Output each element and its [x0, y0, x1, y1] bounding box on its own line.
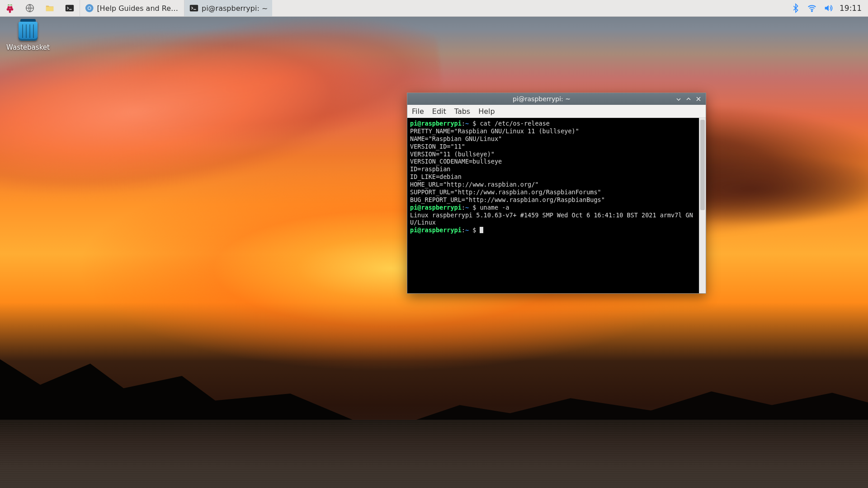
- terminal-menubar: File Edit Tabs Help: [407, 105, 706, 118]
- chromium-icon: [85, 3, 94, 13]
- file-manager-launcher[interactable]: [40, 0, 60, 16]
- scrollbar-thumb[interactable]: [700, 120, 705, 210]
- terminal-window[interactable]: pi@raspberrypi: ~ File Edit Tabs Help pi…: [407, 93, 706, 294]
- prompt-dollar: $: [469, 204, 480, 211]
- terminal-line: PRETTY_NAME="Raspbian GNU/Linux 11 (bull…: [410, 127, 579, 135]
- folder-icon: [45, 3, 55, 13]
- terminal-body-wrap: pi@raspberrypi:~ $ cat /etc/os-release P…: [407, 118, 706, 293]
- window-titlebar[interactable]: pi@raspberrypi: ~: [407, 93, 706, 105]
- wallpaper-cloud: [0, 0, 450, 215]
- terminal-launcher[interactable]: [60, 0, 80, 16]
- web-browser-launcher[interactable]: [20, 0, 40, 16]
- terminal-output[interactable]: pi@raspberrypi:~ $ cat /etc/os-release P…: [407, 118, 699, 293]
- terminal-line: Linux raspberrypi 5.10.63-v7+ #1459 SMP …: [410, 211, 693, 226]
- terminal-icon: [189, 3, 199, 13]
- window-minimize-button[interactable]: [674, 95, 683, 103]
- terminal-line: VERSION_CODENAME=bullseye: [410, 158, 502, 165]
- prompt-sep: :: [462, 226, 465, 234]
- terminal-line: BUG_REPORT_URL="http://www.raspbian.org/…: [410, 196, 605, 203]
- taskbar-clock[interactable]: 19:11: [840, 4, 862, 13]
- menu-tabs[interactable]: Tabs: [454, 107, 470, 116]
- terminal-line: ID=raspbian: [410, 165, 450, 173]
- desktop-icon-label: Wastebasket: [4, 43, 52, 52]
- terminal-line: SUPPORT_URL="http://www.raspbian.org/Ras…: [410, 188, 601, 196]
- prompt-path: ~: [465, 204, 469, 211]
- svg-point-12: [811, 10, 812, 11]
- terminal-line: VERSION_ID="11": [410, 143, 465, 150]
- taskbar-task-browser[interactable]: [Help Guides and Res…: [80, 0, 184, 16]
- terminal-line: NAME="Raspbian GNU/Linux": [410, 135, 502, 142]
- svg-rect-11: [190, 5, 198, 12]
- window-title: pi@raspberrypi: ~: [410, 95, 673, 103]
- terminal-command: uname -a: [480, 204, 509, 211]
- svg-point-5: [9, 11, 11, 13]
- taskbar-task-terminal[interactable]: pi@raspberrypi: ~: [184, 0, 272, 16]
- svg-point-10: [88, 7, 90, 9]
- prompt-path: ~: [465, 120, 469, 127]
- app-menu-button[interactable]: [0, 0, 20, 16]
- svg-point-4: [11, 8, 14, 11]
- prompt-user-host: pi@raspberrypi: [410, 204, 462, 211]
- raspberry-icon: [5, 3, 15, 13]
- window-maximize-button[interactable]: [684, 95, 693, 103]
- prompt-sep: :: [462, 120, 465, 127]
- desktop-icon-wastebasket[interactable]: Wastebasket: [4, 22, 52, 52]
- prompt-user-host: pi@raspberrypi: [410, 120, 462, 127]
- menu-help[interactable]: Help: [478, 107, 495, 116]
- globe-icon: [25, 3, 35, 13]
- system-tray: 19:11: [784, 3, 868, 13]
- prompt-path: ~: [465, 226, 469, 234]
- prompt-dollar: $: [469, 120, 480, 127]
- taskbar-task-label: [Help Guides and Res…: [97, 4, 179, 13]
- menu-file[interactable]: File: [412, 107, 424, 116]
- prompt-dollar: $: [469, 226, 480, 234]
- wallpaper-water: [0, 420, 868, 488]
- menu-edit[interactable]: Edit: [432, 107, 446, 116]
- window-close-button[interactable]: [694, 95, 703, 103]
- prompt-user-host: pi@raspberrypi: [410, 226, 462, 234]
- taskbar: [Help Guides and Res… pi@raspberrypi: ~ …: [0, 0, 868, 17]
- terminal-command: cat /etc/os-release: [480, 120, 549, 127]
- wifi-icon[interactable]: [807, 3, 817, 13]
- taskbar-task-label: pi@raspberrypi: ~: [202, 4, 268, 13]
- prompt-sep: :: [462, 204, 465, 211]
- terminal-line: HOME_URL="http://www.raspbian.org/": [410, 181, 538, 188]
- terminal-scrollbar[interactable]: [699, 118, 706, 293]
- terminal-line: ID_LIKE=debian: [410, 173, 462, 180]
- volume-icon[interactable]: [823, 3, 833, 13]
- terminal-icon: [65, 3, 75, 13]
- bluetooth-icon[interactable]: [791, 3, 801, 13]
- terminal-cursor: [480, 227, 483, 233]
- svg-rect-7: [66, 5, 74, 12]
- terminal-line: VERSION="11 (bullseye)": [410, 150, 495, 158]
- trash-icon: [19, 22, 38, 41]
